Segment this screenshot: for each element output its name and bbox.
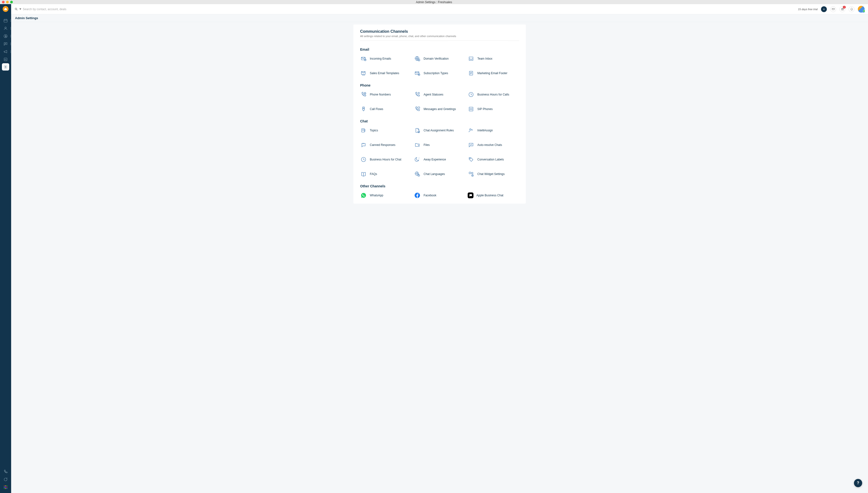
settings-item[interactable]: SIP Phones (468, 106, 519, 112)
mail-in-icon (360, 55, 367, 62)
clock-icon (468, 91, 475, 98)
inbox-icon (468, 55, 475, 62)
settings-item[interactable]: Business Hours for Calls (468, 91, 519, 98)
settings-item[interactable]: Domain Verification (414, 55, 465, 62)
sidebar-item-reports[interactable] (0, 56, 11, 63)
settings-item[interactable]: Auto-resolve Chats (468, 142, 519, 148)
window-maximize-button[interactable] (10, 1, 13, 3)
settings-item[interactable]: Incoming Emails (360, 55, 411, 62)
settings-item[interactable]: WhatsApp (360, 192, 411, 199)
settings-item-label: Apple Business Chat (476, 194, 503, 197)
settings-item-label: Domain Verification (424, 57, 449, 60)
svg-point-13 (15, 8, 17, 10)
settings-item-label: Conversation Labels (477, 158, 504, 161)
settings-item[interactable]: Phone Numbers (360, 91, 411, 98)
group-title: Other Channels (360, 184, 519, 188)
sidebar-item-calendar[interactable] (0, 17, 11, 24)
doc-lines-icon (468, 70, 475, 77)
search-dropdown-caret[interactable] (19, 8, 21, 10)
settings-group: Other ChannelsWhatsAppFacebookApple Busi… (360, 184, 519, 199)
settings-item[interactable]: Team Inbox (468, 55, 519, 62)
section-title: Communication Channels (360, 29, 519, 34)
settings-item-label: IntelliAssign (477, 129, 493, 132)
phone-status-icon (414, 91, 421, 98)
settings-item-label: Away Experience (424, 158, 446, 161)
mail-template-icon (360, 70, 367, 77)
settings-item[interactable]: Messages and Greetings (414, 106, 465, 112)
window-close-button[interactable] (2, 1, 5, 3)
settings-card: Communication Channels All settings rela… (353, 24, 526, 203)
settings-item[interactable]: Facebook (414, 192, 465, 199)
settings-item-label: Incoming Emails (370, 57, 391, 60)
settings-item[interactable]: Topics (360, 127, 411, 134)
settings-item-label: Facebook (424, 194, 436, 197)
user-avatar[interactable] (858, 6, 865, 13)
settings-group: ChatTopicsChat Assignment RulesIntelliAs… (360, 119, 519, 177)
settings-item-label: Call Flows (370, 107, 383, 111)
sidebar-item-campaigns[interactable] (0, 48, 11, 56)
settings-item[interactable]: Chat Assignment Rules (414, 127, 465, 134)
phone-msg-icon (414, 106, 421, 112)
settings-item[interactable]: Business Hours for Chat (360, 156, 411, 163)
app-logo[interactable] (3, 6, 8, 12)
book-icon (360, 171, 367, 177)
sidebar (0, 4, 11, 493)
topics-icon (360, 127, 367, 134)
search-icon[interactable] (15, 7, 18, 11)
tag-icon (468, 156, 475, 163)
apple-icon (468, 192, 474, 198)
alerts-button[interactable] (849, 6, 854, 12)
settings-item[interactable]: Marketing Email Footer (468, 70, 519, 77)
group-title: Phone (360, 83, 519, 87)
whatsapp-icon (360, 192, 367, 199)
settings-group: EmailIncoming EmailsDomain VerificationT… (360, 47, 519, 77)
facebook-icon (414, 192, 421, 199)
settings-item[interactable]: Away Experience (414, 156, 465, 163)
lang-icon (414, 171, 421, 177)
group-title: Email (360, 47, 519, 51)
add-button[interactable] (821, 6, 827, 12)
settings-item-label: Subscription Types (424, 71, 448, 75)
settings-item[interactable]: Agent Statuses (414, 91, 465, 98)
settings-item[interactable]: Subscription Types (414, 70, 465, 77)
settings-item-label: FAQs (370, 172, 377, 176)
sidebar-item-apps[interactable] (0, 483, 11, 491)
settings-item[interactable]: FAQs (360, 171, 411, 177)
window-title: Admin Settings : Freshsales (416, 0, 452, 4)
clock-icon (360, 156, 367, 163)
sidebar-item-settings[interactable] (2, 63, 9, 70)
bell-icon (850, 7, 853, 10)
settings-item[interactable]: Files (414, 142, 465, 148)
settings-item-label: Phone Numbers (370, 93, 391, 96)
settings-item-label: Messages and Greetings (424, 107, 456, 111)
mail-icon (832, 7, 835, 10)
help-button[interactable]: ? (854, 479, 862, 487)
settings-item[interactable]: Sales Email Templates (360, 70, 411, 77)
svg-rect-0 (4, 19, 7, 22)
settings-item[interactable]: Chat Languages (414, 171, 465, 177)
settings-item[interactable]: Conversation Labels (468, 156, 519, 163)
window-minimize-button[interactable] (6, 1, 9, 3)
mail-button[interactable] (830, 6, 836, 12)
settings-item-label: Business Hours for Calls (477, 93, 509, 96)
sidebar-item-phone[interactable] (0, 468, 11, 475)
settings-item[interactable]: Canned Responses (360, 142, 411, 148)
sidebar-item-deals[interactable] (0, 32, 11, 40)
settings-item-label: Chat Widget Settings (477, 172, 505, 176)
notification-badge: 2 (843, 6, 846, 8)
settings-item[interactable]: Call Flows (360, 106, 411, 112)
svg-line-14 (17, 9, 18, 10)
canned-icon (360, 142, 367, 148)
settings-item-label: WhatsApp (370, 194, 383, 197)
sidebar-item-chat[interactable] (0, 475, 11, 483)
sidebar-item-messages[interactable] (0, 40, 11, 48)
flow-icon (360, 106, 367, 112)
notifications-button[interactable]: 2 (840, 6, 845, 12)
settings-item[interactable]: IntelliAssign (468, 127, 519, 134)
sidebar-item-contacts[interactable] (0, 24, 11, 32)
settings-item[interactable]: Chat Widget Settings (468, 171, 519, 177)
section-description: All settings related to your email, phon… (360, 35, 519, 41)
search-input[interactable] (23, 7, 95, 11)
settings-item[interactable]: Apple Business Chat (468, 192, 519, 199)
settings-item-label: Agent Statuses (424, 93, 443, 96)
